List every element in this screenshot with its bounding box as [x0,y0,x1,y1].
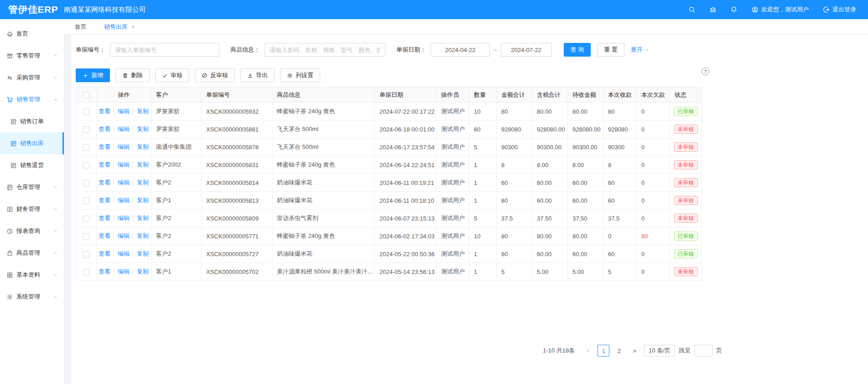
copy-link[interactable]: 复制 [133,161,149,168]
column-settings-button[interactable]: 列设置 [280,68,320,82]
page-size-select[interactable]: 10 条/页 [644,345,675,357]
row-checkbox[interactable] [83,198,89,204]
search-icon[interactable] [688,6,696,13]
edit-link[interactable]: 编辑 [114,126,130,132]
jump-page-input[interactable] [694,345,712,357]
column-header[interactable]: 金额合计 [497,87,532,103]
edit-link[interactable]: 编辑 [114,108,130,115]
help-icon[interactable]: ? [702,68,709,75]
column-header[interactable]: 操作 [97,87,151,103]
edit-link[interactable]: 编辑 [114,250,130,257]
copy-link[interactable]: 复制 [133,250,149,257]
audit-button[interactable]: 审核 [155,68,189,82]
cell-receivable: 5.00 [572,268,584,275]
column-header[interactable]: 待收金额 [568,87,603,103]
edit-link[interactable]: 编辑 [114,143,130,150]
copy-link[interactable]: 复制 [133,268,149,275]
column-header[interactable]: 本次欠款 [637,87,670,103]
page-button-2[interactable]: 2 [613,345,625,357]
delete-button[interactable]: 删除 [115,68,150,82]
unaudit-button[interactable]: 反审核 [195,68,235,82]
tab-0[interactable]: 首页 [75,23,87,31]
view-link[interactable]: 查看 [99,179,110,186]
tab-bar: 首页销售出库× [64,19,868,35]
welcome-user[interactable]: 欢迎您，测试用户 [751,5,809,14]
edit-link[interactable]: 编辑 [114,268,130,275]
row-checkbox[interactable] [83,144,89,151]
view-link[interactable]: 查看 [99,268,110,275]
column-header[interactable]: 操作员 [437,87,469,103]
reset-button[interactable]: 重 置 [597,43,624,57]
copy-link[interactable]: 复制 [133,215,149,221]
sidebar-subitem-3-0[interactable]: 销售订单 [0,110,64,132]
copy-link[interactable]: 复制 [133,197,149,204]
tab-1[interactable]: 销售出库× [104,23,135,31]
sidebar-subitem-3-2[interactable]: 销售退货 [0,154,64,176]
sidebar-item-1[interactable]: 零售管理 [0,45,64,67]
copy-link[interactable]: 复制 [133,232,149,239]
sidebar-item-9[interactable]: 系统管理 [0,286,64,308]
edit-link[interactable]: 编辑 [114,197,130,204]
edit-link[interactable]: 编辑 [114,215,130,221]
copy-link[interactable]: 复制 [133,108,149,115]
next-page-button[interactable]: > [629,345,640,357]
cell-receivable: 60.00 [572,197,587,204]
copy-link[interactable]: 复制 [133,179,149,186]
order-no-input[interactable] [110,43,219,57]
column-header[interactable]: 客户 [151,87,202,103]
search-button[interactable]: 查 询 [564,43,591,57]
row-checkbox[interactable] [83,162,89,168]
copy-link[interactable]: 复制 [133,143,149,150]
product-input[interactable] [265,43,385,57]
column-header[interactable]: 本次收款 [603,87,637,103]
organization-icon[interactable] [709,6,717,13]
sidebar-subitem-3-1[interactable]: 销售出库 [0,132,64,154]
row-checkbox[interactable] [83,251,89,258]
view-link[interactable]: 查看 [99,215,110,221]
column-header[interactable]: 数量 [469,87,497,103]
column-header[interactable]: 状态 [670,87,702,103]
row-checkbox[interactable] [83,233,89,240]
sidebar-item-3[interactable]: 销售管理 [0,89,64,110]
prev-page-button[interactable]: < [582,345,594,357]
user-circle-icon [751,6,759,13]
column-header[interactable]: 单据编号 [202,87,272,103]
close-icon[interactable]: × [131,24,135,30]
sidebar-item-6[interactable]: 报表查询 [0,220,64,242]
row-checkbox[interactable] [83,180,89,186]
edit-link[interactable]: 编辑 [114,161,130,168]
view-link[interactable]: 查看 [99,108,110,115]
expand-link[interactable]: 展开 [631,46,650,54]
copy-link[interactable]: 复制 [133,126,149,132]
row-checkbox[interactable] [83,109,89,115]
view-link[interactable]: 查看 [99,250,110,257]
row-checkbox[interactable] [83,216,89,222]
cell-qty: 1 [474,179,477,186]
date-from-input[interactable] [431,43,490,57]
row-checkbox[interactable] [83,126,89,133]
bell-icon[interactable] [730,6,738,13]
export-button[interactable]: 导出 [240,68,275,82]
select-all-checkbox[interactable] [83,92,89,98]
row-checkbox[interactable] [83,269,89,275]
add-button[interactable]: 新增 [76,68,110,82]
sidebar-item-8[interactable]: 基本资料 [0,264,64,286]
logout-button[interactable]: 退出登录 [822,5,856,14]
sidebar-item-7[interactable]: 商品管理 [0,242,64,264]
sidebar-item-0[interactable]: 首页 [0,23,64,45]
view-link[interactable]: 查看 [99,161,110,168]
view-link[interactable]: 查看 [99,232,110,239]
view-link[interactable]: 查看 [99,197,110,204]
view-link[interactable]: 查看 [99,143,110,150]
date-to-input[interactable] [501,43,552,57]
edit-link[interactable]: 编辑 [114,179,130,186]
edit-link[interactable]: 编辑 [114,232,130,239]
view-link[interactable]: 查看 [99,126,110,132]
page-button-1[interactable]: 1 [598,345,609,357]
sidebar-item-4[interactable]: 仓库管理 [0,176,64,198]
column-header[interactable]: 含税合计 [532,87,568,103]
sidebar-item-2[interactable]: 采购管理 [0,67,64,89]
column-header[interactable]: 商品信息 [272,87,375,103]
sidebar-item-5[interactable]: 财务管理 [0,198,64,220]
column-header[interactable]: 单据日期 [375,87,437,103]
